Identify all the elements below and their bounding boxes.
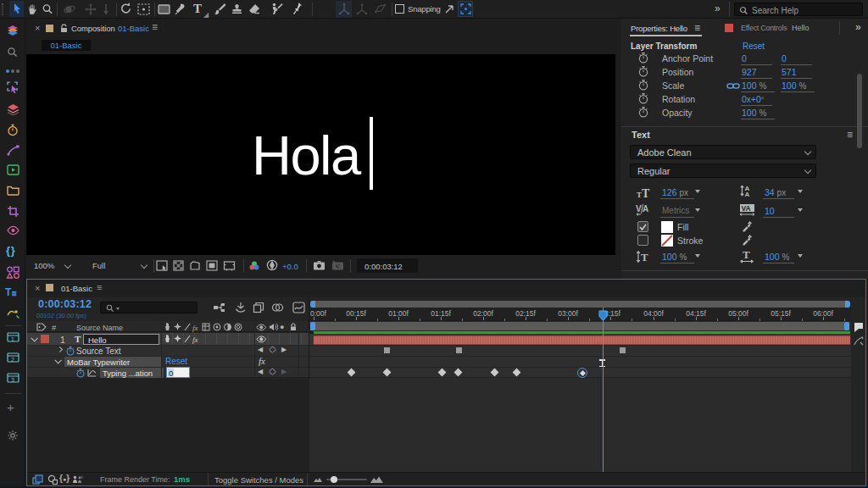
svg-text:3: 3 xyxy=(11,377,14,383)
svg-text:fx: fx xyxy=(192,324,198,332)
svg-text:A: A xyxy=(643,204,648,214)
svg-text:VA: VA xyxy=(742,204,751,213)
svg-text:fx: fx xyxy=(192,336,198,344)
svg-text:1: 1 xyxy=(11,336,14,342)
svg-text:A: A xyxy=(745,191,750,197)
svg-text:V: V xyxy=(636,204,642,214)
svg-text:2: 2 xyxy=(11,357,14,363)
svg-text:T: T xyxy=(641,251,648,263)
svg-text:T: T xyxy=(743,249,750,261)
